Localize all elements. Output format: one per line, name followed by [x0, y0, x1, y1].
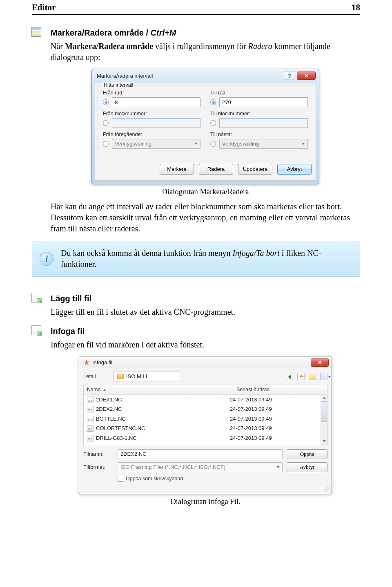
radio-to-block[interactable]: [210, 120, 216, 126]
file-name: BOTTLE.NC: [96, 415, 126, 423]
nav-new-folder-icon[interactable]: [309, 373, 316, 380]
nc-file-icon: [87, 416, 94, 422]
update-button[interactable]: Uppdatera: [238, 164, 272, 175]
info-callout: i Du kan också komma åt denna funktion f…: [32, 241, 360, 277]
open-button[interactable]: Öppna: [287, 449, 327, 459]
groupbox-legend: Hitta intervall: [102, 82, 135, 89]
combo-to-next[interactable]: Verktygsväxling: [219, 139, 308, 149]
file-date: 24-07-2013 09:49: [230, 435, 312, 442]
dialog-title: Markera/radera intervall: [97, 72, 153, 80]
delete-button[interactable]: Radera: [199, 164, 233, 175]
file-date: 24-07-2013 09:49: [230, 406, 312, 413]
page-header-title: Editor: [32, 2, 56, 13]
ofd-title: Infoga fil: [92, 359, 112, 366]
info-icon: i: [40, 252, 53, 266]
label-from-prev: Från föregående:: [103, 131, 200, 138]
input-to-block[interactable]: [219, 118, 308, 128]
label-filetype: Filformat:: [83, 464, 114, 471]
mark-range-icon: [32, 27, 41, 36]
file-row[interactable]: 2DEX2.NC24-07-2013 09:49: [84, 404, 321, 414]
resize-grip-icon[interactable]: [325, 487, 330, 493]
input-from-row[interactable]: [112, 97, 200, 107]
file-name: 2DEX1.NC: [96, 396, 122, 403]
nc-file-icon: [87, 435, 94, 441]
section-body-append-file: Lägger till en fil i slutet av det aktiv…: [51, 307, 360, 318]
folder-icon: [117, 374, 124, 379]
section-heading-append-file: Lägg till fil: [51, 293, 360, 304]
dialog-insert-file: Infoga fil ✕ Leta i: ISO MILL: [79, 356, 332, 494]
dialog-mark-range: Markera/radera intervall ? ✕ Hitta inter…: [91, 69, 319, 184]
column-date[interactable]: Senast ändrad: [236, 386, 318, 393]
file-date: 24-07-2013 09:49: [230, 415, 312, 423]
ofd-close-button[interactable]: ✕: [311, 358, 329, 367]
label-readonly: Öppna som skrivskyddad: [126, 475, 183, 482]
look-in-combo[interactable]: ISO MILL: [114, 372, 179, 381]
column-name[interactable]: Namn: [87, 386, 236, 393]
nav-back-icon[interactable]: [286, 373, 293, 380]
readonly-checkbox[interactable]: [118, 476, 123, 482]
radio-from-prev[interactable]: [103, 141, 109, 147]
page-number: 18: [352, 2, 360, 13]
file-list-scrollbar[interactable]: [321, 395, 327, 445]
input-to-row[interactable]: [219, 97, 308, 107]
combo-from-prev[interactable]: Verktygsväxling: [112, 139, 200, 149]
caption-insert-file: Dialogrutan Infoga Fil.: [51, 497, 360, 507]
append-file-icon: [32, 293, 41, 302]
section-heading-mark-range: Markera/Radera område / Ctrl+M: [51, 27, 360, 38]
label-to-block: Till blocknummer:: [210, 110, 308, 117]
app-icon: [83, 359, 90, 366]
label-to-row: Till rad:: [210, 90, 308, 96]
radio-to-next[interactable]: [210, 141, 216, 147]
header-rule: [32, 14, 360, 15]
dialog-close-button[interactable]: ✕: [297, 72, 316, 80]
combo-filetype[interactable]: ISO Fräsning Filer (*.NC;*.NCL;*.ISO;*.N…: [118, 462, 283, 472]
label-to-next: Till nästa:: [210, 131, 308, 138]
nav-up-icon[interactable]: [297, 373, 305, 380]
section-body-mark-range: Här kan du ange ett intervall av rader e…: [51, 201, 360, 234]
nav-view-icon[interactable]: [320, 373, 327, 380]
info-callout-text: Du kan också komma åt denna funktion frå…: [61, 248, 352, 270]
radio-from-row[interactable]: [103, 99, 109, 105]
file-date: 24-07-2013 09:49: [230, 396, 312, 403]
label-from-row: Från rad:: [103, 90, 200, 96]
file-row[interactable]: 2DEX1.NC24-07-2013 09:49: [84, 395, 321, 405]
dialog-help-button[interactable]: ?: [284, 72, 295, 80]
input-from-block[interactable]: [112, 118, 200, 128]
nc-file-icon: [87, 397, 94, 403]
section-intro-mark-range: När Markera/Radera område väljs i rullga…: [51, 41, 360, 63]
caption-mark-range: Dialogrutan Markera/Radera: [51, 187, 360, 197]
label-look-in: Leta i:: [83, 373, 110, 380]
section-body-insert-file: Infogar en fil vid markören i det aktiva…: [51, 339, 360, 350]
file-name: DRILL-G83-1.NC: [96, 435, 137, 442]
insert-file-icon: [32, 326, 41, 335]
nc-file-icon: [87, 425, 94, 432]
cancel-button[interactable]: Avbryt: [277, 164, 312, 175]
ofd-cancel-button[interactable]: Avbryt: [287, 462, 327, 472]
file-row[interactable]: COLORTESTNC.NC24-07-2013 09:49: [84, 423, 321, 433]
label-filename: Filnamn:: [83, 450, 114, 458]
file-name: 2DEX2.NC: [96, 406, 122, 413]
radio-from-block[interactable]: [103, 120, 109, 126]
radio-to-row[interactable]: [210, 99, 216, 105]
mark-button[interactable]: Markera: [160, 164, 194, 175]
file-date: 24-07-2013 09:49: [230, 425, 312, 432]
section-heading-insert-file: Infoga fil: [51, 326, 360, 337]
label-from-block: Från blocknummer:: [103, 110, 200, 117]
file-row[interactable]: DRILL-G83-1.NC24-07-2013 09:49: [84, 433, 321, 443]
file-name: COLORTESTNC.NC: [96, 425, 145, 432]
file-row[interactable]: BOTTLE.NC24-07-2013 09:49: [84, 414, 321, 424]
input-filename[interactable]: 2DEX2.NC: [118, 449, 283, 459]
nc-file-icon: [87, 406, 94, 412]
